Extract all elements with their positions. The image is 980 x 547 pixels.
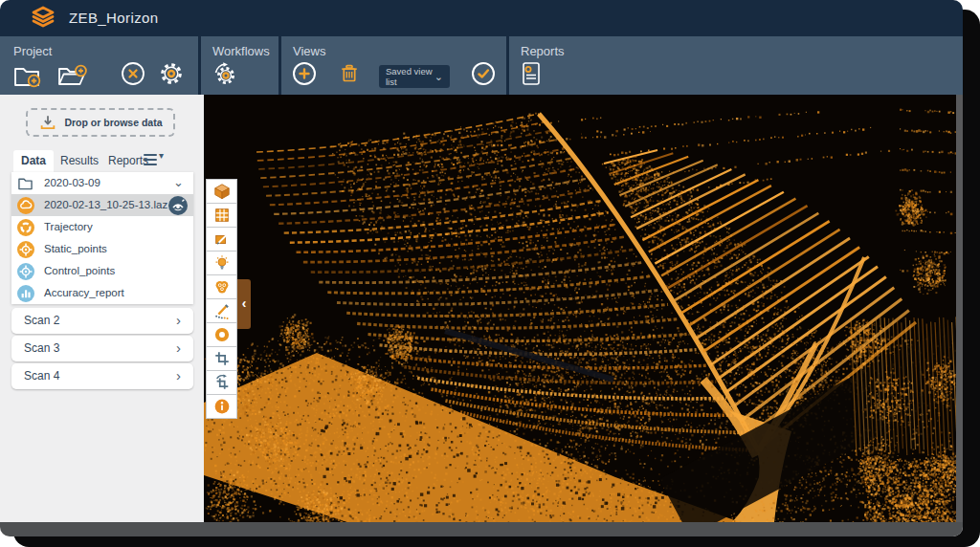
scan-3-card[interactable]: Scan 3 › xyxy=(11,336,193,361)
project-settings-gear-icon[interactable] xyxy=(159,61,184,86)
crop-button[interactable] xyxy=(206,346,237,371)
tree-item-control-points[interactable]: Control_points xyxy=(11,260,193,282)
data-tree-panel: 2020-03-09 ⌄ 2020-02-13_10-25-13.laz xyxy=(11,172,193,304)
tree-item-accuracy-report[interactable]: Accuracy_report xyxy=(11,282,193,304)
visibility-eye-button[interactable] xyxy=(168,196,188,215)
chevron-right-icon: › xyxy=(176,308,181,332)
download-icon xyxy=(38,113,57,132)
donut-icon xyxy=(213,326,231,343)
classify-cloud-button[interactable] xyxy=(206,274,237,299)
section-label-workflows: Workflows xyxy=(212,44,270,58)
info-icon xyxy=(213,398,231,415)
title-bar: ZEB_Horizon xyxy=(0,0,963,36)
app-logo-icon xyxy=(29,5,57,33)
chevron-right-icon: › xyxy=(176,363,181,387)
trajectory-icon xyxy=(17,219,34,236)
cube-icon xyxy=(213,183,231,200)
delete-view-trash-icon[interactable] xyxy=(337,61,362,86)
scan-4-card[interactable]: Scan 4 › xyxy=(11,363,193,389)
section-label-project: Project xyxy=(13,44,52,58)
toolbar-divider xyxy=(278,36,281,95)
chevron-down-icon[interactable]: ⌄ xyxy=(173,172,184,192)
view-3d-cube-button[interactable] xyxy=(206,179,237,204)
crop-rotate-button[interactable] xyxy=(206,370,237,395)
info-button[interactable] xyxy=(206,394,237,419)
lightbulb-icon xyxy=(213,254,231,272)
donut-select-button[interactable] xyxy=(206,322,237,347)
menu-icon xyxy=(144,154,157,156)
apply-view-check-button[interactable] xyxy=(471,61,496,86)
saved-view-list-label: Saved view list xyxy=(386,66,434,87)
app-window: ZEB_Horizon Project xyxy=(0,0,963,536)
scan-label: Scan 2 xyxy=(24,308,59,334)
tab-data[interactable]: Data xyxy=(13,150,54,172)
crop-rotate-icon xyxy=(213,374,231,391)
grid-icon xyxy=(213,207,231,224)
scan-label: Scan 4 xyxy=(24,363,59,389)
control-points-icon xyxy=(17,263,34,280)
toolbar-divider xyxy=(506,36,509,95)
window-frame-right xyxy=(956,95,963,522)
accuracy-report-icon xyxy=(17,285,34,302)
drop-or-browse-button[interactable]: Drop or browse data xyxy=(26,108,175,137)
close-project-button[interactable] xyxy=(121,61,145,86)
tree-item-label: Trajectory xyxy=(44,216,93,238)
pointcloud-file-icon xyxy=(17,197,34,214)
viewport-toolbar xyxy=(206,180,239,419)
scan-2-card[interactable]: Scan 2 › xyxy=(11,308,193,334)
brush-select-button[interactable] xyxy=(206,298,237,323)
drop-or-browse-label: Drop or browse data xyxy=(64,117,162,128)
add-view-button[interactable] xyxy=(292,61,317,86)
collapse-panel-handle[interactable]: ‹ xyxy=(237,279,251,329)
section-label-reports: Reports xyxy=(521,44,565,58)
tree-item-label: Static_points xyxy=(44,238,107,260)
window-frame-bottom xyxy=(0,522,963,536)
window-title: ZEB_Horizon xyxy=(69,0,159,36)
open-project-button[interactable] xyxy=(56,61,88,90)
toolbar-divider xyxy=(198,36,201,95)
classify-blob-icon xyxy=(213,278,231,295)
folder-icon xyxy=(17,176,33,190)
tree-item-label: Accuracy_report xyxy=(44,282,124,304)
section-label-views: Views xyxy=(293,44,325,58)
reports-document-button[interactable] xyxy=(521,61,542,87)
new-project-button[interactable] xyxy=(12,61,41,90)
grid-view-button[interactable] xyxy=(206,203,237,228)
screenshot-stage: ZEB_Horizon Project xyxy=(0,0,980,547)
chevron-down-icon: ⌄ xyxy=(434,72,443,81)
workflows-gear-sync-button[interactable] xyxy=(212,61,238,88)
edit-square-icon xyxy=(213,230,231,248)
lighting-button[interactable] xyxy=(206,251,237,275)
file-name: 2020-02-13_10-25-13.laz xyxy=(44,194,167,216)
tree-item-label: Control_points xyxy=(44,260,115,282)
crop-icon xyxy=(213,350,231,367)
tree-item-static-points[interactable]: Static_points xyxy=(11,238,193,260)
static-points-icon xyxy=(17,241,34,258)
tree-file-row-selected[interactable]: 2020-02-13_10-25-13.laz xyxy=(11,194,193,216)
tree-item-trajectory[interactable]: Trajectory xyxy=(11,216,193,238)
tree-folder-row[interactable]: 2020-03-09 ⌄ xyxy=(11,172,193,194)
folder-name: 2020-03-09 xyxy=(44,172,100,194)
chevron-right-icon: › xyxy=(176,336,181,360)
toolbar: Project Workflows xyxy=(0,36,963,95)
chevron-left-icon: ‹ xyxy=(242,295,247,311)
edit-area-button[interactable] xyxy=(206,227,237,252)
saved-view-list-dropdown[interactable]: Saved view list ⌄ xyxy=(379,65,450,88)
scan-label: Scan 3 xyxy=(24,336,59,361)
tab-results[interactable]: Results xyxy=(56,150,103,172)
brush-points-icon xyxy=(213,302,231,319)
caret-down-icon: ▾ xyxy=(159,150,164,161)
viewport-canvas[interactable] xyxy=(204,95,956,522)
list-menu-button[interactable]: ▾ xyxy=(144,153,168,168)
